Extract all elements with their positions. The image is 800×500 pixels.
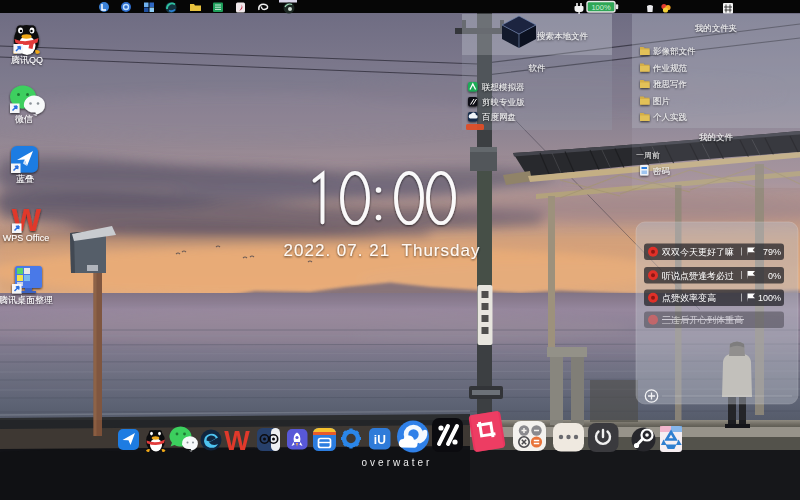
svg-text:我的文件: 我的文件: [699, 132, 734, 142]
svg-text:影像部文件: 影像部文件: [653, 46, 696, 56]
svg-text:蓝叠: 蓝叠: [16, 174, 34, 184]
svg-text:雅思写作: 雅思写作: [652, 79, 687, 89]
svg-text:搜索本地文件: 搜索本地文件: [536, 31, 589, 41]
svg-text:0%: 0%: [768, 271, 781, 281]
svg-text:听说点赞逢考必过: 听说点赞逢考必过: [662, 271, 734, 281]
svg-text:剪映专业版: 剪映专业版: [482, 97, 525, 107]
svg-text:点赞效率变高: 点赞效率变高: [662, 293, 716, 303]
svg-text:腾讯桌面整理: 腾讯桌面整理: [0, 295, 53, 305]
svg-text:个人实践: 个人实践: [653, 112, 688, 122]
svg-text:百度网盘: 百度网盘: [482, 112, 516, 122]
svg-text:overwater: overwater: [362, 457, 433, 468]
svg-text:79%: 79%: [763, 247, 781, 257]
svg-text:100%: 100%: [591, 3, 611, 12]
svg-text:腾讯QQ: 腾讯QQ: [11, 55, 43, 65]
svg-text:作业规范: 作业规范: [652, 63, 688, 73]
svg-text:iU: iU: [374, 433, 386, 447]
svg-text:软件: 软件: [529, 63, 547, 73]
svg-text:密码: 密码: [653, 166, 670, 176]
svg-text:双双今天更好了嘛: 双双今天更好了嘛: [661, 247, 734, 257]
svg-text:W: W: [224, 426, 250, 456]
svg-text:联想模拟器: 联想模拟器: [481, 82, 525, 92]
svg-text:一周前: 一周前: [636, 151, 660, 160]
svg-text:微信: 微信: [15, 114, 33, 124]
svg-text:100%: 100%: [758, 293, 781, 303]
svg-text:我的文件夹: 我的文件夹: [695, 23, 738, 33]
svg-text:图片: 图片: [653, 96, 671, 106]
svg-text:WPS Office: WPS Office: [3, 233, 49, 243]
svg-text:2022. 07. 21 Thursday: 2022. 07. 21 Thursday: [284, 241, 481, 260]
